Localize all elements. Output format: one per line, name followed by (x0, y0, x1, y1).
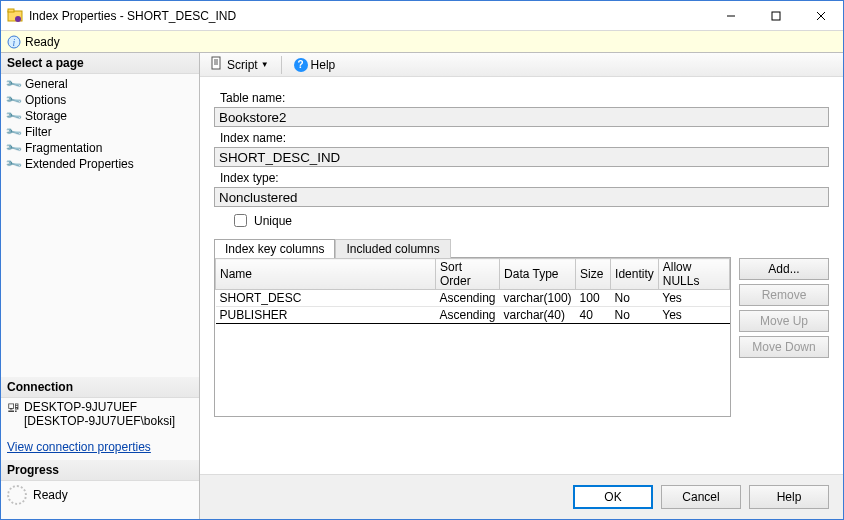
wrench-icon: 🔧 (5, 155, 24, 174)
page-item-label: Extended Properties (25, 157, 134, 171)
script-button[interactable]: Script ▼ (206, 54, 273, 75)
col-ident[interactable]: Identity (611, 259, 659, 290)
add-button[interactable]: Add... (739, 258, 829, 280)
page-item-storage[interactable]: 🔧Storage (1, 108, 199, 124)
help-icon: ? (294, 58, 308, 72)
user-name: [DESKTOP-9JU7UEF\boksi] (24, 414, 175, 428)
page-item-label: Storage (25, 109, 67, 123)
page-list: 🔧General 🔧Options 🔧Storage 🔧Filter 🔧Frag… (1, 74, 199, 174)
index-name-input (214, 147, 829, 167)
cell-name: SHORT_DESC (216, 290, 436, 307)
table-row[interactable]: PUBLISHER Ascending varchar(40) 40 No Ye… (216, 307, 730, 324)
index-type-label: Index type: (220, 171, 829, 185)
cell-sort: Ascending (436, 307, 500, 324)
wrench-icon: 🔧 (5, 75, 24, 94)
page-item-fragmentation[interactable]: 🔧Fragmentation (1, 140, 199, 156)
tab-index-key-columns[interactable]: Index key columns (214, 239, 335, 258)
page-item-extended-properties[interactable]: 🔧Extended Properties (1, 156, 199, 172)
remove-button[interactable]: Remove (739, 284, 829, 306)
body: Select a page 🔧General 🔧Options 🔧Storage… (1, 53, 843, 519)
cell-nulls: Yes (658, 307, 729, 324)
left-panel: Select a page 🔧General 🔧Options 🔧Storage… (1, 53, 200, 519)
wrench-icon: 🔧 (5, 91, 24, 110)
right-panel: Script ▼ ? Help Table name: Index name: … (200, 53, 843, 519)
index-name-label: Index name: (220, 131, 829, 145)
col-name[interactable]: Name (216, 259, 436, 290)
window-title: Index Properties - SHORT_DESC_IND (29, 9, 708, 23)
select-page-heading: Select a page (1, 53, 199, 74)
progress-text: Ready (33, 488, 68, 502)
page-item-label: Filter (25, 125, 52, 139)
cell-ident: No (611, 290, 659, 307)
column-buttons: Add... Remove Move Up Move Down (739, 258, 829, 417)
columns-table-box: Name Sort Order Data Type Size Identity … (214, 257, 731, 417)
table-name-label: Table name: (220, 91, 829, 105)
script-icon (210, 56, 224, 73)
maximize-button[interactable] (753, 1, 798, 30)
titlebar: Index Properties - SHORT_DESC_IND (1, 1, 843, 31)
page-item-filter[interactable]: 🔧Filter (1, 124, 199, 140)
separator (281, 56, 282, 74)
script-label: Script (227, 58, 258, 72)
spinner-icon (7, 485, 27, 505)
svg-rect-1 (8, 9, 14, 12)
status-text: Ready (25, 35, 60, 49)
col-size[interactable]: Size (576, 259, 611, 290)
cell-dt: varchar(100) (500, 290, 576, 307)
svg-rect-9 (212, 57, 220, 69)
table-name-input (214, 107, 829, 127)
page-item-options[interactable]: 🔧Options (1, 92, 199, 108)
help-button[interactable]: Help (749, 485, 829, 509)
help-label: Help (311, 58, 336, 72)
move-up-button[interactable]: Move Up (739, 310, 829, 332)
col-sort[interactable]: Sort Order (436, 259, 500, 290)
tabs: Index key columns Included columns (214, 238, 731, 257)
server-name: DESKTOP-9JU7UEF (24, 400, 175, 414)
content: Table name: Index name: Index type: Uniq… (200, 77, 843, 474)
page-item-general[interactable]: 🔧General (1, 76, 199, 92)
index-type-input (214, 187, 829, 207)
cell-name: PUBLISHER (216, 307, 436, 324)
page-item-label: Options (25, 93, 66, 107)
minimize-button[interactable] (708, 1, 753, 30)
progress-row: Ready (1, 481, 199, 509)
app-icon (7, 8, 23, 24)
page-item-label: Fragmentation (25, 141, 102, 155)
svg-point-2 (15, 16, 21, 22)
view-connection-link[interactable]: View connection properties (1, 434, 199, 460)
svg-text:i: i (13, 37, 16, 48)
columns-table: Name Sort Order Data Type Size Identity … (215, 258, 730, 324)
close-button[interactable] (798, 1, 843, 30)
status-bar: i Ready (1, 31, 843, 53)
help-button[interactable]: ? Help (290, 56, 340, 74)
footer: OK Cancel Help (200, 474, 843, 519)
move-down-button[interactable]: Move Down (739, 336, 829, 358)
svg-rect-4 (772, 12, 780, 20)
connection-info: 🖳 DESKTOP-9JU7UEF [DESKTOP-9JU7UEF\boksi… (1, 398, 199, 434)
cell-size: 100 (576, 290, 611, 307)
progress-heading: Progress (1, 460, 199, 481)
unique-checkbox[interactable] (234, 214, 247, 227)
wrench-icon: 🔧 (5, 107, 24, 126)
server-icon: 🖳 (7, 400, 20, 415)
tab-included-columns[interactable]: Included columns (335, 239, 450, 258)
cell-dt: varchar(40) (500, 307, 576, 324)
col-dt[interactable]: Data Type (500, 259, 576, 290)
toolbar: Script ▼ ? Help (200, 53, 843, 77)
wrench-icon: 🔧 (5, 139, 24, 158)
ok-button[interactable]: OK (573, 485, 653, 509)
cell-sort: Ascending (436, 290, 500, 307)
col-nulls[interactable]: Allow NULLs (658, 259, 729, 290)
unique-label: Unique (254, 214, 292, 228)
cancel-button[interactable]: Cancel (661, 485, 741, 509)
page-item-label: General (25, 77, 68, 91)
window: Index Properties - SHORT_DESC_IND i Read… (0, 0, 844, 520)
cell-size: 40 (576, 307, 611, 324)
info-icon: i (7, 35, 21, 49)
table-row[interactable]: SHORT_DESC Ascending varchar(100) 100 No… (216, 290, 730, 307)
wrench-icon: 🔧 (5, 123, 24, 142)
connection-heading: Connection (1, 377, 199, 398)
cell-nulls: Yes (658, 290, 729, 307)
cell-ident: No (611, 307, 659, 324)
dropdown-icon: ▼ (261, 60, 269, 69)
